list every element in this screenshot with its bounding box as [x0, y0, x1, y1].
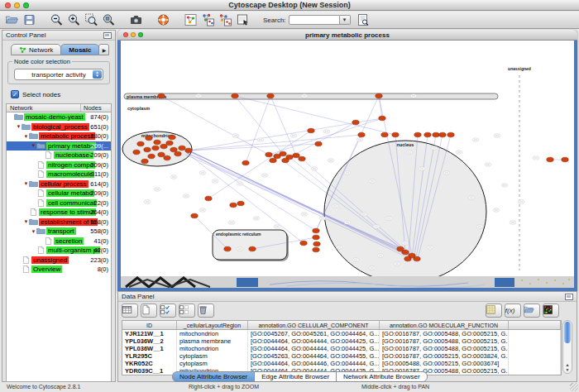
tab-mosaic[interactable]: Mosaic	[60, 44, 99, 55]
network-node-label[interactable]	[510, 221, 516, 224]
network-tab-icon[interactable]	[19, 46, 26, 54]
select-attributes-icon[interactable]	[160, 304, 174, 318]
network-node[interactable]	[148, 154, 155, 159]
network-node[interactable]	[313, 235, 319, 240]
network-node-label[interactable]	[533, 156, 539, 160]
network-node[interactable]	[299, 156, 305, 161]
search-dropdown-arrow-icon[interactable]: ▼	[340, 15, 351, 25]
tree-item[interactable]: nitrogen compo209(0)	[7, 160, 111, 170]
network-node-label[interactable]	[377, 254, 384, 257]
expand-arrow-icon[interactable]: ▼	[23, 134, 29, 139]
network-node-label[interactable]	[456, 151, 462, 154]
network-node-label[interactable]	[352, 258, 359, 261]
expand-arrow-icon[interactable]: ▼	[16, 124, 22, 129]
table-row[interactable]: YPL036W__1mitochondrion[GO:0044464, GO:0…	[122, 345, 561, 352]
network-node[interactable]	[424, 132, 431, 137]
tab-network-attribute-browser[interactable]: Network Attribute Browser	[336, 371, 427, 382]
zoom-view-button[interactable]	[138, 32, 143, 37]
network-node[interactable]	[358, 132, 365, 137]
network-node-label[interactable]	[410, 94, 417, 98]
attribute-matrix-button[interactable]	[486, 304, 502, 318]
network-node-label[interactable]	[373, 225, 380, 228]
network-node[interactable]	[154, 140, 160, 145]
network-node-label[interactable]	[419, 167, 425, 170]
network-node-label[interactable]	[443, 171, 450, 174]
tree-item[interactable]: secretion41(0)	[7, 237, 111, 246]
network-node-label[interactable]	[493, 208, 500, 212]
network-node[interactable]	[158, 152, 165, 157]
tree-item[interactable]: ▼primary metabo209(...	[7, 141, 111, 151]
new-attribute-button[interactable]	[141, 304, 157, 318]
network-node-label[interactable]	[369, 266, 376, 270]
save-icon[interactable]	[22, 13, 36, 26]
network-node-label[interactable]	[472, 138, 479, 141]
select-nodes-checkbox[interactable]: ✓	[11, 90, 19, 98]
network-node-label[interactable]	[228, 221, 235, 224]
network-node-label[interactable]	[501, 184, 508, 187]
tree-item[interactable]: nucleobase-209(0)	[7, 151, 111, 160]
network-node[interactable]	[562, 157, 568, 162]
window-titlebar[interactable]: Cytoscape Desktop (New Session)	[0, 0, 579, 11]
import-attributes-button[interactable]	[524, 304, 540, 318]
tree-item[interactable]: ▼biological_process651(0)	[7, 122, 111, 132]
network-node-label[interactable]	[328, 159, 334, 162]
network-node-label[interactable]	[274, 225, 280, 228]
network-node[interactable]	[237, 201, 244, 206]
network-node-label[interactable]	[356, 138, 363, 141]
tab-network[interactable]: Network	[11, 44, 61, 55]
network-node[interactable]	[158, 93, 165, 98]
new-attribute-icon[interactable]	[141, 304, 155, 318]
tree-item[interactable]: Overview8(0)	[7, 265, 111, 275]
tab-node-attribute-browser[interactable]: Node Attribute Browser	[172, 371, 255, 382]
network-node-label[interactable]	[361, 213, 367, 216]
network-node[interactable]	[249, 246, 256, 251]
network-node-label[interactable]	[468, 196, 475, 199]
table-row[interactable]: YJR121W__1mitochondrion[GO:0045267, GO:0…	[122, 330, 561, 337]
tree-item[interactable]: macromolecule311(0)	[7, 170, 111, 179]
formula-builder-icon[interactable]: f(x)	[505, 304, 519, 318]
tab-edge-attribute-browser[interactable]: Edge Attribute Browser	[254, 371, 337, 382]
network-node[interactable]	[381, 132, 388, 137]
network-node-label[interactable]	[485, 163, 491, 166]
network-node[interactable]	[191, 213, 198, 218]
table-vertical-scrollbar[interactable]: ▲▼	[562, 320, 572, 374]
network-node[interactable]	[547, 157, 553, 162]
network-node-label[interactable]	[195, 94, 202, 98]
delete-attribute-button[interactable]	[198, 304, 214, 318]
network-node[interactable]	[175, 151, 181, 156]
network-node[interactable]	[376, 93, 382, 98]
network-node-label[interactable]	[336, 246, 342, 249]
network-node-label[interactable]	[199, 208, 206, 212]
select-attributes-button[interactable]	[160, 304, 176, 318]
network-node-label[interactable]	[311, 167, 318, 170]
network-node-label[interactable]	[261, 174, 268, 177]
network-node[interactable]	[282, 158, 289, 163]
network-node[interactable]	[270, 158, 276, 163]
network-node-label[interactable]	[406, 151, 413, 154]
network-merge-1-icon[interactable]	[201, 13, 215, 26]
network-node[interactable]	[137, 141, 144, 146]
network-node[interactable]	[232, 93, 238, 98]
network-node[interactable]	[242, 160, 249, 165]
network-node[interactable]	[166, 141, 173, 146]
tree-item[interactable]: response to stimul264(0)	[7, 208, 111, 218]
network-node[interactable]	[392, 132, 399, 137]
network-node[interactable]	[266, 152, 272, 157]
network-node[interactable]	[300, 241, 307, 246]
scrollbar-arrows-icon[interactable]: ▲▼	[563, 362, 572, 372]
float-panel-icon[interactable]	[103, 32, 112, 39]
network-node[interactable]	[315, 141, 322, 146]
close-view-button[interactable]	[123, 32, 128, 37]
network-node[interactable]	[397, 246, 404, 251]
advanced-search-icon[interactable]	[356, 13, 370, 26]
unselect-attributes-button[interactable]	[179, 304, 195, 318]
network-window-titlebar[interactable]: primary metabolic process	[117, 30, 577, 41]
column-header[interactable]: _cellularLayoutRegion	[177, 321, 248, 329]
minimize-window-button[interactable]	[14, 2, 20, 8]
network-node[interactable]	[313, 228, 319, 233]
tree-item[interactable]: ▼cellular process614(0)	[7, 179, 111, 189]
heatmap-button[interactable]	[543, 304, 559, 318]
expand-arrow-icon[interactable]: ▼	[23, 181, 29, 186]
delete-attribute-icon[interactable]	[198, 304, 212, 318]
network-node-label[interactable]	[431, 146, 438, 150]
